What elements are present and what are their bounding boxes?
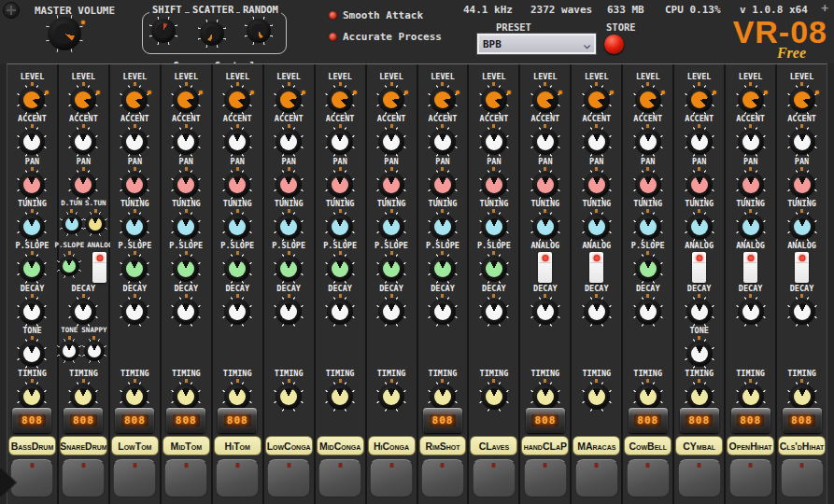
decay-knob[interactable] (431, 300, 455, 324)
tuning-knob[interactable] (225, 215, 249, 239)
sample-808-button[interactable]: 808 (731, 408, 770, 433)
pan-knob[interactable] (790, 173, 814, 197)
level-knob[interactable] (225, 88, 249, 112)
pan-knob[interactable] (71, 173, 95, 197)
sample-808-button[interactable]: 808 (64, 408, 103, 433)
level-knob[interactable] (585, 88, 609, 112)
master-volume-knob[interactable] (49, 18, 80, 49)
tuning-knob[interactable] (482, 215, 506, 239)
channel-name-label[interactable]: MidConga (317, 436, 364, 455)
pan-knob[interactable] (174, 173, 198, 197)
channel-name-label[interactable]: MidTom (163, 436, 210, 455)
level-knob[interactable] (20, 88, 44, 112)
smooth-attack-led-icon[interactable] (329, 11, 337, 20)
timing-knob[interactable] (20, 385, 44, 409)
accent-knob[interactable] (71, 130, 95, 154)
pan-knob[interactable] (379, 173, 403, 197)
decay-knob[interactable] (20, 300, 44, 324)
tuning-knob[interactable] (687, 215, 712, 239)
p-slope-knob[interactable] (20, 257, 44, 281)
tone-knob[interactable] (20, 342, 44, 366)
sample-808-button[interactable]: 808 (423, 408, 462, 433)
channel-name-label[interactable]: OpenHihat (727, 436, 774, 455)
tuning-knob[interactable] (790, 215, 814, 239)
scatter-knob[interactable] (201, 22, 223, 45)
tone-knob[interactable] (60, 342, 78, 360)
pan-knob[interactable] (636, 173, 660, 197)
accent-knob[interactable] (636, 130, 660, 154)
tuning-knob[interactable] (276, 215, 301, 239)
channel-name-label[interactable]: HiTom (214, 436, 262, 455)
sample-808-button[interactable]: 808 (783, 408, 822, 433)
tuning-knob[interactable] (328, 215, 352, 239)
shift-knob[interactable] (152, 20, 175, 42)
tuning-knob[interactable] (533, 215, 558, 239)
timing-knob[interactable] (687, 385, 712, 409)
pan-knob[interactable] (431, 173, 455, 197)
d-tun-knob[interactable] (63, 215, 81, 233)
trigger-pad[interactable] (420, 459, 464, 497)
accent-knob[interactable] (379, 130, 403, 154)
p-slope-knob[interactable] (174, 257, 198, 281)
timing-knob[interactable] (636, 385, 660, 409)
decay-knob[interactable] (533, 300, 558, 324)
accent-knob[interactable] (585, 130, 609, 154)
accent-knob[interactable] (174, 130, 198, 154)
timing-knob[interactable] (379, 385, 403, 409)
p-slope-knob[interactable] (636, 257, 660, 281)
level-knob[interactable] (790, 88, 814, 112)
channel-name-label[interactable]: CLaves (470, 436, 517, 455)
store-button[interactable] (604, 35, 624, 54)
channel-name-label[interactable]: SnareDrum (60, 436, 107, 455)
tone-knob[interactable] (687, 342, 712, 366)
trigger-pad[interactable] (626, 459, 670, 497)
channel-name-label[interactable]: RimShot (419, 436, 467, 455)
sample-808-button[interactable]: 808 (115, 408, 154, 433)
decay-knob[interactable] (379, 300, 403, 324)
smooth-attack-option[interactable]: Smooth Attack (343, 9, 423, 21)
tuning-knob[interactable] (739, 215, 763, 239)
level-knob[interactable] (687, 88, 712, 112)
tuning-knob[interactable] (585, 215, 609, 239)
channel-name-label[interactable]: BassDrum (8, 436, 56, 455)
channel-name-label[interactable]: Cls'dHihat (778, 436, 826, 455)
decay-knob[interactable] (687, 300, 712, 324)
snappy-knob[interactable] (85, 342, 104, 360)
accent-knob[interactable] (790, 130, 814, 154)
trigger-pad[interactable] (216, 459, 260, 497)
analog-switch[interactable] (795, 252, 809, 283)
decay-knob[interactable] (739, 300, 763, 324)
tuning-knob[interactable] (379, 215, 403, 239)
sample-808-button[interactable]: 808 (166, 408, 205, 433)
level-knob[interactable] (431, 88, 455, 112)
trigger-pad[interactable] (370, 459, 414, 497)
trigger-pad[interactable] (523, 459, 567, 497)
decay-knob[interactable] (71, 300, 95, 324)
analog-switch[interactable] (692, 252, 706, 283)
trigger-pad[interactable] (62, 459, 106, 497)
accent-knob[interactable] (328, 130, 352, 154)
accurate-process-option[interactable]: Accurate Process (343, 31, 442, 43)
p-slope-knob[interactable] (431, 257, 455, 281)
s-tun-knob[interactable] (86, 215, 105, 233)
p-slope-knob[interactable] (276, 257, 301, 281)
timing-knob[interactable] (790, 385, 814, 409)
accent-knob[interactable] (122, 130, 147, 154)
decay-knob[interactable] (636, 300, 660, 324)
trigger-pad[interactable] (267, 459, 311, 497)
sample-808-button[interactable]: 808 (629, 408, 668, 433)
accent-knob[interactable] (687, 130, 712, 154)
p-slope-knob[interactable] (122, 257, 147, 281)
resize-plus-icon[interactable]: + (821, 1, 828, 15)
decay-knob[interactable] (482, 300, 506, 324)
tuning-knob[interactable] (20, 215, 44, 239)
decay-knob[interactable] (122, 300, 147, 324)
analog-switch[interactable] (538, 252, 552, 283)
tuning-knob[interactable] (636, 215, 660, 239)
p-slope-knob[interactable] (225, 257, 249, 281)
trigger-pad[interactable] (728, 459, 772, 497)
level-knob[interactable] (739, 88, 763, 112)
sample-808-button[interactable]: 808 (12, 408, 51, 433)
p-slope-knob[interactable] (60, 257, 78, 275)
accent-knob[interactable] (225, 130, 249, 154)
